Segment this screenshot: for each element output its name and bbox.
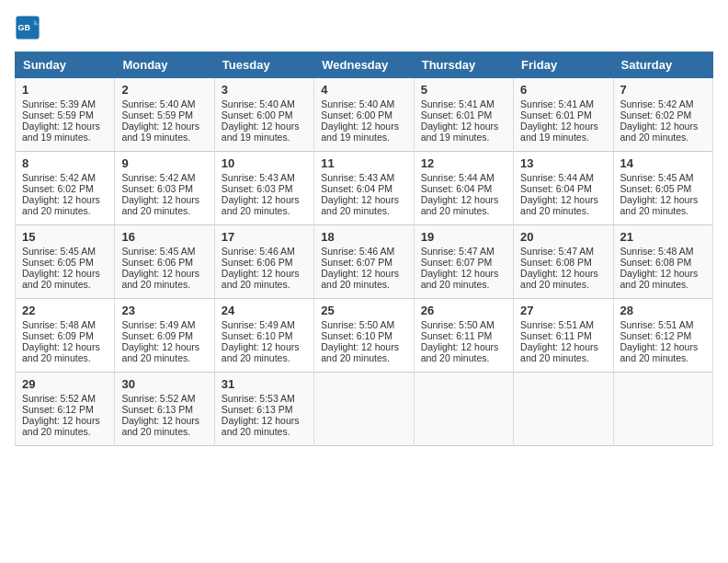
day-info-line: and 20 minutes. xyxy=(222,279,307,290)
day-info-line: Sunrise: 5:44 AM xyxy=(421,172,506,183)
day-info-line: Daylight: 12 hours xyxy=(121,268,207,279)
day-info-line: and 20 minutes. xyxy=(222,352,307,363)
day-info-line: Daylight: 12 hours xyxy=(321,268,406,279)
day-info-line: and 19 minutes. xyxy=(222,132,307,143)
calendar-cell: 20Sunrise: 5:47 AMSunset: 6:08 PMDayligh… xyxy=(514,225,613,299)
day-info-line: Sunset: 6:13 PM xyxy=(222,404,307,415)
day-info-line: and 19 minutes. xyxy=(421,132,506,143)
day-info-line: Daylight: 12 hours xyxy=(222,341,307,352)
day-info-line: Sunrise: 5:45 AM xyxy=(22,246,108,257)
logo: GB xyxy=(15,15,44,40)
day-info-line: Sunrise: 5:49 AM xyxy=(121,319,207,330)
day-number: 5 xyxy=(421,83,506,97)
calendar-cell: 28Sunrise: 5:51 AMSunset: 6:12 PMDayligh… xyxy=(613,299,712,373)
calendar-week-row: 22Sunrise: 5:48 AMSunset: 6:09 PMDayligh… xyxy=(16,299,713,373)
day-number: 30 xyxy=(121,377,207,391)
day-info-line: and 20 minutes. xyxy=(22,205,108,216)
day-number: 11 xyxy=(321,156,406,170)
day-number: 25 xyxy=(321,304,406,317)
day-info-line: Sunset: 6:02 PM xyxy=(620,109,706,121)
day-number: 20 xyxy=(520,230,606,244)
day-info-line: Sunrise: 5:50 AM xyxy=(421,319,506,330)
day-info-line: Sunset: 6:03 PM xyxy=(121,183,207,194)
day-number: 29 xyxy=(22,377,108,391)
header-tuesday: Tuesday xyxy=(214,52,313,78)
day-info-line: Daylight: 12 hours xyxy=(520,194,606,205)
calendar-cell: 9Sunrise: 5:42 AMSunset: 6:03 PMDaylight… xyxy=(115,152,214,225)
calendar-cell: 19Sunrise: 5:47 AMSunset: 6:07 PMDayligh… xyxy=(414,225,513,299)
header-wednesday: Wednesday xyxy=(314,52,414,78)
calendar-cell: 18Sunrise: 5:46 AMSunset: 6:07 PMDayligh… xyxy=(314,225,414,299)
day-number: 13 xyxy=(520,156,606,170)
day-info-line: and 20 minutes. xyxy=(421,352,506,363)
day-info-line: and 19 minutes. xyxy=(22,132,108,143)
day-number: 22 xyxy=(22,304,108,317)
calendar-cell: 30Sunrise: 5:52 AMSunset: 6:13 PMDayligh… xyxy=(115,373,214,446)
day-info-line: Sunrise: 5:51 AM xyxy=(520,319,606,330)
calendar-cell: 5Sunrise: 5:41 AMSunset: 6:01 PMDaylight… xyxy=(414,78,513,152)
calendar-cell: 2Sunrise: 5:40 AMSunset: 5:59 PMDaylight… xyxy=(115,78,214,152)
day-number: 24 xyxy=(222,304,307,317)
day-info-line: and 20 minutes. xyxy=(22,279,108,290)
day-info-line: Sunset: 6:09 PM xyxy=(22,330,108,341)
day-info-line: Sunset: 5:59 PM xyxy=(22,109,108,121)
day-info-line: Daylight: 12 hours xyxy=(22,341,108,352)
day-number: 15 xyxy=(22,230,108,244)
day-info-line: Sunset: 6:12 PM xyxy=(620,330,706,341)
day-info-line: Sunrise: 5:52 AM xyxy=(121,393,207,404)
day-info-line: Daylight: 12 hours xyxy=(22,415,108,426)
logo-icon: GB xyxy=(15,15,40,40)
calendar-week-row: 8Sunrise: 5:42 AMSunset: 6:02 PMDaylight… xyxy=(16,152,713,225)
day-info-line: and 20 minutes. xyxy=(121,352,207,363)
header-friday: Friday xyxy=(514,52,613,78)
day-info-line: Daylight: 12 hours xyxy=(22,121,108,132)
calendar-cell: 4Sunrise: 5:40 AMSunset: 6:00 PMDaylight… xyxy=(314,78,414,152)
day-number: 14 xyxy=(620,156,706,170)
day-number: 18 xyxy=(321,230,406,244)
day-number: 17 xyxy=(222,230,307,244)
day-number: 19 xyxy=(421,230,506,244)
day-info-line: Sunset: 6:11 PM xyxy=(421,330,506,341)
day-info-line: and 20 minutes. xyxy=(620,205,706,216)
calendar-cell: 14Sunrise: 5:45 AMSunset: 6:05 PMDayligh… xyxy=(613,152,712,225)
day-info-line: Daylight: 12 hours xyxy=(421,341,506,352)
day-number: 3 xyxy=(222,83,307,97)
day-info-line: Sunrise: 5:47 AM xyxy=(421,246,506,257)
day-info-line: Daylight: 12 hours xyxy=(620,268,706,279)
day-number: 10 xyxy=(222,156,307,170)
day-info-line: Sunrise: 5:41 AM xyxy=(421,98,506,109)
header-sunday: Sunday xyxy=(16,52,115,78)
day-info-line: Daylight: 12 hours xyxy=(121,415,207,426)
day-info-line: Sunrise: 5:51 AM xyxy=(620,319,706,330)
day-info-line: and 20 minutes. xyxy=(421,205,506,216)
calendar-header-row: SundayMondayTuesdayWednesdayThursdayFrid… xyxy=(16,52,713,78)
day-number: 31 xyxy=(222,377,307,391)
day-number: 1 xyxy=(22,83,108,97)
day-info-line: Sunset: 6:00 PM xyxy=(321,109,406,121)
day-number: 7 xyxy=(620,83,706,97)
day-info-line: Sunrise: 5:48 AM xyxy=(22,319,108,330)
calendar-cell: 24Sunrise: 5:49 AMSunset: 6:10 PMDayligh… xyxy=(214,299,313,373)
day-number: 2 xyxy=(121,83,207,97)
day-number: 21 xyxy=(620,230,706,244)
day-info-line: and 20 minutes. xyxy=(421,279,506,290)
day-info-line: and 20 minutes. xyxy=(222,426,307,437)
calendar-cell xyxy=(414,373,513,446)
calendar-cell: 1Sunrise: 5:39 AMSunset: 5:59 PMDaylight… xyxy=(16,78,115,152)
day-info-line: Daylight: 12 hours xyxy=(520,268,606,279)
calendar-cell: 6Sunrise: 5:41 AMSunset: 6:01 PMDaylight… xyxy=(514,78,613,152)
day-info-line: Sunset: 6:05 PM xyxy=(22,257,108,268)
day-number: 28 xyxy=(620,304,706,317)
day-info-line: Sunset: 6:06 PM xyxy=(222,257,307,268)
day-info-line: Daylight: 12 hours xyxy=(222,415,307,426)
day-info-line: Sunset: 6:06 PM xyxy=(121,257,207,268)
calendar-cell: 8Sunrise: 5:42 AMSunset: 6:02 PMDaylight… xyxy=(16,152,115,225)
calendar-cell: 3Sunrise: 5:40 AMSunset: 6:00 PMDaylight… xyxy=(214,78,313,152)
calendar-cell: 27Sunrise: 5:51 AMSunset: 6:11 PMDayligh… xyxy=(514,299,613,373)
day-info-line: and 19 minutes. xyxy=(520,132,606,143)
day-info-line: Sunset: 6:05 PM xyxy=(620,183,706,194)
day-info-line: Daylight: 12 hours xyxy=(620,341,706,352)
calendar-cell: 15Sunrise: 5:45 AMSunset: 6:05 PMDayligh… xyxy=(16,225,115,299)
day-info-line: Sunset: 6:08 PM xyxy=(520,257,606,268)
day-info-line: Sunrise: 5:42 AM xyxy=(620,98,706,109)
